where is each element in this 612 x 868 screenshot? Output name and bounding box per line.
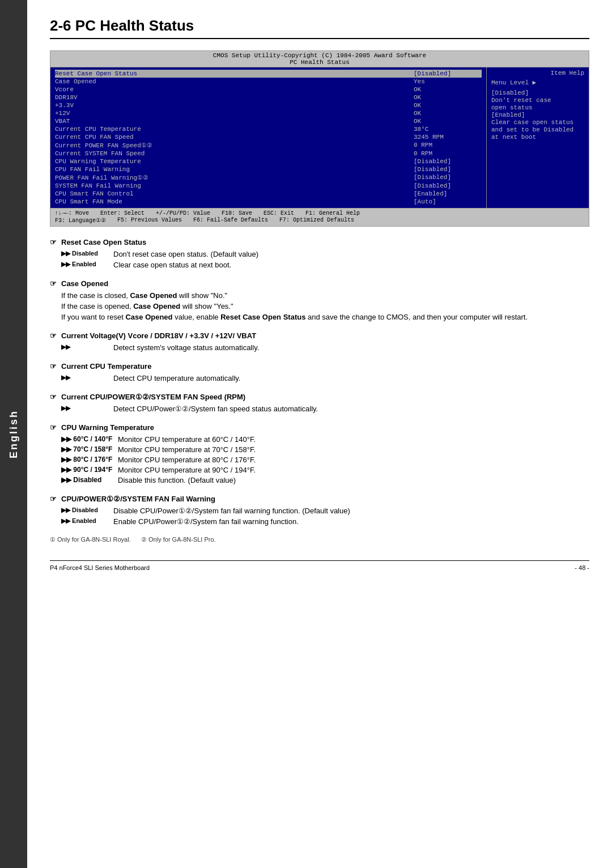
desc-section-title: Case Opened (61, 279, 108, 288)
temp-text: Monitor CPU temperature at 80°C / 176°F. (118, 456, 256, 464)
desc-section-current-voltage: ☞Current Voltage(V) Vcore / DDR18V / +3.… (50, 331, 589, 352)
desc-section-header: ☞Case Opened (50, 279, 589, 288)
section-arrow-icon: ☞ (50, 331, 57, 340)
desc-body: ▶▶ DisabledDon't reset case open status.… (50, 250, 589, 269)
bios-help-line: Don't reset case (491, 97, 584, 104)
bios-row: VcoreOK (55, 86, 482, 93)
bios-row: Reset Case Open Status[Disabled] (55, 70, 482, 78)
bios-help-line: at next boot (491, 134, 584, 141)
sub-text: Detect system's voltage status automatic… (113, 343, 589, 352)
section-arrow-icon: ☞ (50, 238, 57, 246)
description-sections: ☞Reset Case Open Status▶▶ DisabledDon't … (50, 238, 589, 526)
temp-sub-item: ▶▶ 80°C / 176°FMonitor CPU temperature a… (61, 456, 589, 464)
footnote-1: ① Only for GA-8N-SLI Royal. (50, 536, 131, 543)
desc-body: If the case is closed, Case Opened will … (50, 291, 589, 321)
bios-help-line: and set to be Disabled (491, 126, 584, 133)
desc-section-header: ☞CPU Warning Temperature (50, 423, 589, 432)
temp-bullet: ▶▶ 70°C / 158°F (61, 445, 118, 454)
bios-help-line: Clear case open status (491, 119, 584, 126)
section-arrow-icon: ☞ (50, 423, 57, 432)
bios-footer-item: ↑↓→←: Move (55, 210, 89, 216)
bios-row: VBATOK (55, 117, 482, 125)
desc-section-header: ☞Current Voltage(V) Vcore / DDR18V / +3.… (50, 331, 589, 340)
bios-footer: ↑↓→←: MoveEnter: Select+/-/PU/PD: ValueF… (50, 208, 589, 226)
sub-text: Detect CPU temperature automatically. (113, 374, 589, 382)
temp-text: Monitor CPU temperature at 90°C / 194°F. (118, 466, 256, 474)
section-number: 2-6 (50, 17, 71, 34)
bios-row: Current POWER FAN Speed①②0 RPM (55, 141, 482, 150)
bios-row: Current CPU FAN Speed3245 RPM (55, 133, 482, 141)
sub-item: ▶▶ DisabledDisable CPU/Power①②/System fa… (61, 507, 589, 515)
main-content: 2-6 PC Health Status CMOS Setup Utility-… (27, 0, 612, 868)
footer-right: - 48 - (575, 564, 589, 571)
bios-help-title: Item Help (491, 70, 584, 76)
desc-section-case-opened: ☞Case OpenedIf the case is closed, Case … (50, 279, 589, 321)
desc-section-header: ☞CPU/POWER①②/SYSTEM FAN Fail Warning (50, 495, 589, 503)
sub-bullet: ▶▶ (61, 374, 107, 381)
bios-footer-item: ESC: Exit (264, 210, 294, 216)
sub-bullet: ▶▶ Enabled (61, 261, 107, 268)
bios-row: Current CPU Temperature38°C (55, 125, 482, 133)
sidebar-label: English (8, 410, 20, 458)
desc-section-title: Current CPU Temperature (61, 362, 151, 371)
desc-section-reset-case: ☞Reset Case Open Status▶▶ DisabledDon't … (50, 238, 589, 269)
sub-item: ▶▶ DisabledDon't reset case open status.… (61, 250, 589, 258)
desc-section-header: ☞Current CPU/POWER①②/SYSTEM FAN Speed (R… (50, 393, 589, 401)
desc-section-title: Current CPU/POWER①②/SYSTEM FAN Speed (RP… (61, 393, 245, 401)
sub-item: ▶▶ EnabledEnable CPU/Power①②/System fan … (61, 517, 589, 526)
bios-help-line: [Disabled] (491, 90, 584, 96)
bios-row: CPU Smart FAN Mode[Auto] (55, 198, 482, 206)
sub-bullet: ▶▶ Disabled (61, 250, 107, 257)
temp-bullet: ▶▶ Disabled (61, 476, 118, 484)
bios-row: +3.3VOK (55, 101, 482, 109)
bios-row: CPU Warning Temperature[Disabled] (55, 158, 482, 165)
desc-section-fan-speed: ☞Current CPU/POWER①②/SYSTEM FAN Speed (R… (50, 393, 589, 413)
desc-section-title: CPU/POWER①②/SYSTEM FAN Fail Warning (61, 495, 215, 503)
bios-menu-level: Menu Level ▶ (491, 79, 584, 86)
sub-text: Clear case open status at next boot. (113, 261, 589, 269)
bios-footer-item: Enter: Select (100, 210, 144, 216)
temp-bullet: ▶▶ 60°C / 140°F (61, 435, 118, 444)
bios-row: CPU FAN Fail Warning[Disabled] (55, 165, 482, 173)
desc-section-header: ☞Current CPU Temperature (50, 362, 589, 371)
bios-row: SYSTEM FAN Fail Warning[Disabled] (55, 182, 482, 190)
sub-item: ▶▶Detect CPU/Power①②/System fan speed st… (61, 405, 589, 413)
bios-footer-item: F1: General Help (305, 210, 360, 216)
bios-footer-item: F10: Save (222, 210, 252, 216)
bios-footer-item: +/-/PU/PD: Value (156, 210, 210, 216)
sub-item: ▶▶ EnabledClear case open status at next… (61, 261, 589, 269)
footnote-2: ② Only for GA-8N-SLI Pro. (141, 536, 216, 543)
sub-text: Detect CPU/Power①②/System fan speed stat… (113, 405, 589, 413)
desc-body: ▶▶Detect system's voltage status automat… (50, 343, 589, 352)
temp-sub-item: ▶▶ 70°C / 158°FMonitor CPU temperature a… (61, 445, 589, 454)
section-arrow-icon: ☞ (50, 393, 57, 401)
sub-bullet: ▶▶ Enabled (61, 517, 107, 525)
bios-header-line2: PC Health Status (53, 59, 586, 66)
bios-footer-item: F6: Fail-Safe Defaults (193, 217, 268, 224)
bios-footer-item: F5: Previous Values (117, 217, 182, 224)
bios-help-line: open status (491, 104, 584, 111)
bios-header: CMOS Setup Utility-Copyright (C) 1984-20… (50, 51, 589, 67)
desc-body: ▶▶ 60°C / 140°FMonitor CPU temperature a… (50, 435, 589, 484)
sub-text: Don't reset case open status. (Default v… (113, 250, 589, 258)
desc-para: If you want to reset Case Opened value, … (61, 313, 589, 321)
bios-help-panel: Item Help Menu Level ▶ [Disabled]Don't r… (487, 67, 589, 208)
bios-row: +12VOK (55, 109, 482, 117)
desc-section-title: Reset Case Open Status (61, 238, 146, 246)
sub-text: Enable CPU/Power①②/System fan fail warni… (113, 517, 589, 526)
desc-section-fan-fail: ☞CPU/POWER①②/SYSTEM FAN Fail Warning▶▶ D… (50, 495, 589, 526)
desc-section-title: CPU Warning Temperature (61, 423, 154, 432)
temp-sub-item: ▶▶ DisabledDisable this function. (Defau… (61, 476, 589, 484)
sub-bullet: ▶▶ Disabled (61, 507, 107, 514)
sidebar: English (0, 0, 27, 868)
desc-section-cpu-temp: ☞Current CPU Temperature▶▶Detect CPU tem… (50, 362, 589, 382)
desc-body: ▶▶Detect CPU/Power①②/System fan speed st… (50, 405, 589, 413)
temp-sub-item: ▶▶ 90°C / 194°FMonitor CPU temperature a… (61, 466, 589, 474)
bios-body: Reset Case Open Status[Disabled]Case Ope… (50, 67, 589, 208)
bios-footer-item: F3: Language①② (55, 217, 106, 224)
section-title: 2-6 PC Health Status (50, 17, 589, 39)
section-arrow-icon: ☞ (50, 495, 57, 503)
temp-bullet: ▶▶ 80°C / 176°F (61, 456, 118, 464)
desc-section-title: Current Voltage(V) Vcore / DDR18V / +3.3… (61, 331, 256, 340)
footnote: ① Only for GA-8N-SLI Royal. ② Only for G… (50, 536, 589, 543)
